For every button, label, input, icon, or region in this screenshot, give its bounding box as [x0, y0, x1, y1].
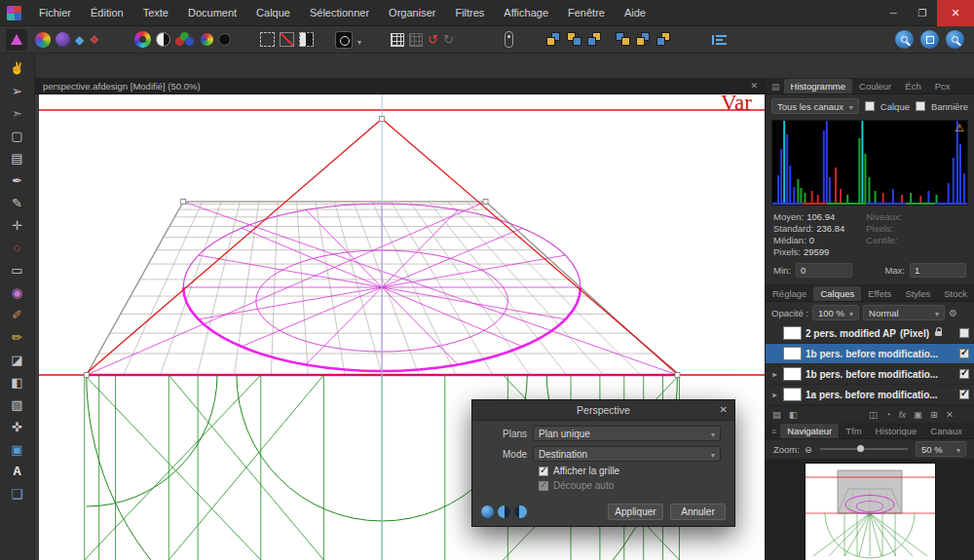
tab-historique[interactable]: Historique [869, 424, 924, 438]
point-transform-tool[interactable]: ✛ [12, 217, 22, 234]
expand-icon[interactable]: ▸ [770, 391, 779, 399]
opacity-select[interactable]: 100 % [812, 305, 859, 320]
tab-couleur[interactable]: Couleur [852, 79, 898, 93]
menu-item-8[interactable]: Affichage [494, 0, 558, 26]
menu-item-0[interactable]: Fichier [29, 0, 81, 26]
grid-snap-icon[interactable] [391, 33, 404, 47]
zoom-select[interactable]: 50 % [916, 441, 966, 457]
layer-visibility-checkbox[interactable] [959, 369, 969, 379]
plane-half-icon[interactable] [498, 505, 510, 518]
gradient-tool[interactable]: ▧ [11, 396, 22, 413]
tab-reglage[interactable]: Réglage [766, 286, 813, 301]
text-tool[interactable]: A [13, 464, 21, 480]
apply-button[interactable]: Appliquer [608, 504, 663, 520]
black-circle-icon[interactable] [218, 33, 231, 46]
mask-select-icon[interactable] [299, 32, 314, 47]
minimize-button[interactable]: ─ [879, 0, 908, 26]
layer-visibility-checkbox[interactable] [959, 328, 969, 338]
ellipse-tool[interactable]: ○ [14, 240, 21, 256]
blend-mode-select[interactable]: Normal [863, 305, 945, 320]
place-image-tool[interactable]: ▣ [11, 441, 22, 458]
color-picker-tool[interactable]: ✜ [12, 419, 22, 435]
fx-icon[interactable]: fx [899, 409, 906, 420]
tab-styles[interactable]: Styles [898, 286, 937, 301]
document-tab[interactable]: perspective.afdesign [Modifié] (50.0%) ✕ [35, 78, 765, 94]
menu-item-2[interactable]: Texte [133, 0, 178, 26]
insertion-target-icon[interactable] [505, 31, 513, 48]
node-tool[interactable]: ➣ [12, 105, 22, 122]
persona-nodes-icon[interactable]: ❖ [89, 32, 99, 48]
alignment-icon[interactable] [712, 35, 727, 45]
tab-calques[interactable]: Calques [813, 286, 861, 301]
chevron-down-icon[interactable] [357, 31, 361, 49]
dialog-title-bar[interactable]: Perspective ✕ [472, 400, 734, 421]
blend-options-icon[interactable]: ⚙ [949, 308, 957, 318]
delete-layer-icon[interactable]: ✕ [946, 409, 954, 420]
zoom-button[interactable] [895, 30, 914, 49]
show-grid-checkbox[interactable] [539, 467, 548, 476]
move-to-back-icon[interactable] [616, 32, 632, 47]
document-close-icon[interactable]: ✕ [750, 81, 765, 91]
navigator-preview[interactable] [805, 464, 935, 560]
move-backward-icon[interactable] [587, 32, 604, 47]
line-select-icon[interactable] [280, 32, 294, 47]
menu-item-3[interactable]: Document [178, 0, 246, 26]
layer-row-selected[interactable]: 1b pers. before modificatio... [766, 344, 974, 364]
undo-icon[interactable]: ↺ [428, 32, 438, 48]
menu-item-4[interactable]: Calque [246, 0, 300, 26]
plans-select[interactable]: Plan unique [533, 426, 721, 441]
cancel-button[interactable]: Annuler [670, 504, 726, 520]
insert-inside-icon[interactable] [636, 32, 653, 47]
group-icon[interactable]: ▣ [914, 409, 922, 420]
eraser-tool[interactable]: ◪ [11, 352, 22, 368]
persona-export-icon[interactable]: ◆ [75, 32, 84, 48]
fill-mode-icon[interactable] [335, 31, 353, 49]
crop-tool[interactable]: ▢ [11, 128, 22, 144]
plane-full-icon[interactable] [481, 505, 494, 518]
layer-thumbnail[interactable] [783, 347, 802, 360]
expand-icon[interactable]: ▸ [770, 370, 779, 379]
layer-visibility-checkbox[interactable] [959, 349, 969, 358]
close-button[interactable]: ✕ [937, 0, 974, 26]
tab-navigateur[interactable]: Navigateur [780, 424, 839, 438]
min-input[interactable]: 0 [796, 263, 852, 278]
zoom-out-icon[interactable]: ⊖ [805, 444, 812, 455]
adjustment-icon[interactable]: ◔ [885, 409, 891, 420]
move-tool[interactable]: ➢ [12, 83, 22, 99]
layer-visibility-checkbox[interactable] [959, 390, 969, 399]
vector-brush-tool[interactable]: ✐ [12, 307, 22, 323]
layer-row[interactable]: ▸ 1a pers. before modificatio... [766, 385, 974, 405]
persona-draw-icon[interactable] [35, 32, 51, 48]
max-input[interactable]: 1 [910, 263, 966, 278]
affinity-designer-logo[interactable] [6, 29, 27, 51]
mode-select[interactable]: Destination [533, 446, 721, 462]
tab-effets[interactable]: Effets [861, 286, 898, 301]
auto-clip-checkbox[interactable] [539, 481, 548, 491]
rectangle-tool[interactable]: ▭ [11, 262, 22, 279]
redo-icon[interactable]: ↻ [443, 32, 454, 48]
tab-tfm[interactable]: Tfm [839, 424, 868, 438]
layer-options-icon[interactable]: ▤ [772, 409, 781, 420]
marquee-select-icon[interactable] [260, 32, 275, 47]
tab-echantillon[interactable]: Éch [898, 79, 927, 93]
zoom-slider[interactable] [820, 448, 908, 450]
layer-thumbnail[interactable] [783, 326, 802, 340]
search-button[interactable] [946, 30, 964, 49]
node-pen-tool[interactable]: ✎ [12, 195, 22, 211]
menu-item-1[interactable]: Édition [81, 0, 133, 26]
layer-half-icon[interactable]: ◧ [789, 409, 798, 420]
tab-pcx[interactable]: Pcx [928, 79, 957, 93]
tab-canaux[interactable]: Canaux [923, 424, 969, 438]
fill-stroke-swatch[interactable]: ❏ [11, 486, 23, 503]
hand-tool[interactable]: ✌ [10, 60, 24, 77]
menu-item-10[interactable]: Aide [615, 0, 656, 26]
lock-icon[interactable] [935, 331, 942, 336]
channels-select[interactable]: Tous les canaux [771, 98, 859, 114]
pencil-tool[interactable]: ✏ [12, 329, 22, 346]
layer-thumbnail[interactable] [783, 367, 802, 381]
menu-item-5[interactable]: Sélectionner [300, 0, 379, 26]
menu-item-7[interactable]: Filtres [445, 0, 494, 26]
color-wheel-icon[interactable] [134, 31, 151, 48]
pen-tool[interactable]: ✒ [12, 172, 22, 189]
maximize-button[interactable]: ❐ [908, 0, 937, 26]
